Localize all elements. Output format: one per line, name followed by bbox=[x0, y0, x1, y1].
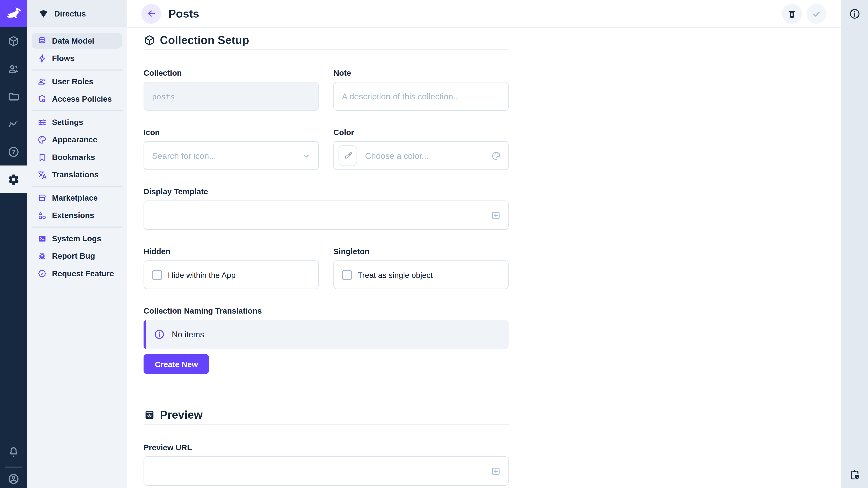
user-roles-icon bbox=[37, 76, 47, 86]
palette-icon bbox=[37, 135, 47, 144]
collection-input bbox=[144, 83, 318, 110]
no-items-notice: No items bbox=[144, 320, 508, 349]
nav-item-flows[interactable]: Flows bbox=[32, 51, 122, 66]
field-label: Hidden bbox=[144, 247, 319, 257]
nav-item-label: Flows bbox=[52, 54, 74, 63]
project-info-bar[interactable]: Directus bbox=[27, 0, 127, 27]
account-button[interactable] bbox=[0, 470, 27, 488]
module-settings[interactable] bbox=[0, 166, 27, 193]
translate-icon bbox=[37, 170, 47, 180]
nav-item-marketplace[interactable]: Marketplace bbox=[32, 190, 122, 205]
nav-item-system-logs[interactable]: System Logs bbox=[32, 230, 122, 246]
field-display-template: Display Template bbox=[144, 187, 508, 230]
info-circle-icon bbox=[154, 329, 165, 340]
display-template-input[interactable] bbox=[144, 201, 491, 229]
page-title: Posts bbox=[168, 7, 199, 20]
nav-item-label: Data Model bbox=[52, 36, 94, 45]
save-button[interactable] bbox=[807, 4, 827, 24]
sidebar-activity-button[interactable] bbox=[841, 461, 868, 488]
nav-divider bbox=[32, 186, 122, 187]
singleton-checkbox-row[interactable]: Treat as single object bbox=[333, 260, 508, 289]
project-status-icon bbox=[38, 8, 49, 18]
field-singleton: Singleton Treat as single object bbox=[333, 247, 508, 289]
nav-item-label: Bookmarks bbox=[52, 153, 95, 162]
nav-item-settings[interactable]: Settings bbox=[32, 114, 122, 130]
field-note: Note bbox=[333, 68, 508, 111]
nav-item-appearance[interactable]: Appearance bbox=[32, 132, 122, 148]
nav-item-data-model[interactable]: Data Model bbox=[32, 33, 122, 48]
directus-app: ? bbox=[0, 0, 868, 488]
account-circle-icon bbox=[7, 473, 20, 485]
field-label: Preview URL bbox=[144, 443, 508, 453]
add-box-icon[interactable] bbox=[491, 210, 501, 221]
field-label: Note bbox=[333, 68, 508, 78]
directus-logo[interactable] bbox=[0, 0, 27, 27]
back-button[interactable] bbox=[141, 4, 161, 24]
preview-url-input[interactable] bbox=[144, 457, 491, 485]
header-actions bbox=[782, 4, 826, 24]
color-swatch-button[interactable] bbox=[339, 145, 358, 166]
notifications-button[interactable] bbox=[0, 440, 27, 464]
nav-item-request-feature[interactable]: Request Feature bbox=[32, 265, 122, 281]
delete-button[interactable] bbox=[782, 4, 802, 24]
field-label: Singleton bbox=[333, 247, 508, 257]
field-label: Icon bbox=[144, 128, 319, 137]
insights-icon bbox=[7, 118, 20, 130]
right-sidebar bbox=[841, 0, 868, 488]
field-preview-url: Preview URL bbox=[144, 443, 508, 486]
module-bar-divider bbox=[5, 466, 22, 468]
note-input[interactable] bbox=[334, 83, 508, 110]
arrow-left-icon bbox=[146, 8, 157, 19]
eyedropper-icon bbox=[343, 151, 352, 160]
nav-item-report-bug[interactable]: Report Bug bbox=[32, 248, 122, 264]
checkbox-label: Treat as single object bbox=[358, 270, 433, 279]
nav-item-label: Appearance bbox=[52, 135, 97, 144]
users-icon bbox=[7, 62, 20, 75]
database-icon bbox=[37, 36, 47, 46]
field-label: Collection Naming Translations bbox=[144, 306, 508, 316]
chevron-down-icon[interactable] bbox=[301, 151, 311, 161]
sidebar-info-button[interactable] bbox=[841, 0, 868, 27]
module-content[interactable] bbox=[0, 27, 27, 55]
nav-item-bookmarks[interactable]: Bookmarks bbox=[32, 149, 122, 165]
verified-badge-icon bbox=[37, 269, 47, 278]
module-help[interactable]: ? bbox=[0, 138, 27, 166]
icon-search-input[interactable] bbox=[144, 142, 301, 170]
module-bar: ? bbox=[0, 0, 27, 488]
nav-item-label: User Roles bbox=[52, 77, 93, 86]
nav-item-translations[interactable]: Translations bbox=[32, 167, 122, 183]
hidden-checkbox[interactable] bbox=[152, 270, 162, 280]
nav-item-user-roles[interactable]: User Roles bbox=[32, 73, 122, 89]
field-hidden: Hidden Hide within the App bbox=[144, 247, 319, 289]
singleton-checkbox[interactable] bbox=[342, 270, 352, 280]
rabbit-logo-icon bbox=[5, 5, 22, 22]
nav-item-access-policies[interactable]: Access Policies bbox=[32, 91, 122, 107]
section-preview: Preview bbox=[144, 408, 508, 421]
nav-item-label: Request Feature bbox=[52, 269, 114, 278]
preview-icon bbox=[144, 409, 156, 421]
nav-divider bbox=[32, 110, 122, 111]
checkbox-label: Hide within the App bbox=[168, 270, 236, 279]
add-box-icon[interactable] bbox=[491, 466, 501, 477]
section-collection-setup: Collection Setup bbox=[144, 33, 508, 47]
pending-actions-icon bbox=[848, 468, 861, 481]
nav-divider bbox=[32, 69, 122, 70]
module-insights[interactable] bbox=[0, 110, 27, 138]
module-users[interactable] bbox=[0, 55, 27, 83]
section-title: Preview bbox=[160, 408, 203, 421]
nav-item-extensions[interactable]: Extensions bbox=[32, 207, 122, 223]
create-new-button[interactable]: Create New bbox=[144, 354, 209, 374]
nav-item-label: System Logs bbox=[52, 234, 101, 243]
trash-icon bbox=[787, 9, 797, 19]
bell-icon bbox=[7, 446, 20, 458]
hidden-checkbox-row[interactable]: Hide within the App bbox=[144, 260, 319, 289]
color-input[interactable] bbox=[357, 142, 491, 170]
palette-icon[interactable] bbox=[491, 151, 501, 161]
module-files[interactable] bbox=[0, 83, 27, 110]
settings-nav: Directus Data Model bbox=[27, 0, 127, 488]
nav-item-label: Translations bbox=[52, 170, 98, 179]
field-icon: Icon bbox=[144, 128, 319, 170]
info-icon bbox=[848, 8, 861, 20]
nav-list: Data Model Flows bbox=[27, 27, 127, 283]
gear-icon bbox=[7, 173, 20, 186]
